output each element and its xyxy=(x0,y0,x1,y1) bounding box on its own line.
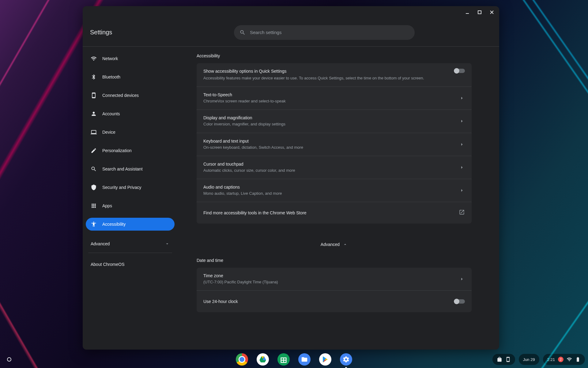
sidebar-item-connected-devices[interactable]: Connected devices xyxy=(86,89,175,102)
maximize-button[interactable] xyxy=(475,7,484,17)
maximize-icon xyxy=(477,10,482,15)
sidebar-item-accessibility[interactable]: Accessibility xyxy=(86,218,175,231)
tote-tray-button[interactable] xyxy=(492,354,515,365)
person-icon xyxy=(91,111,97,117)
pencil-icon xyxy=(91,148,97,154)
search-icon xyxy=(239,29,246,36)
sidebar-divider xyxy=(88,253,172,253)
row-subtitle: (UTC-7:00) Pacific Daylight Time (Tijuan… xyxy=(203,279,459,285)
row-24hour-clock[interactable]: Use 24-hour clock xyxy=(197,291,472,312)
minimize-icon xyxy=(465,10,470,15)
chevron-down-icon xyxy=(165,241,170,246)
wifi-icon xyxy=(567,357,572,362)
close-icon xyxy=(489,10,494,15)
shelf: Jun 29 2:21 2 xyxy=(0,351,588,368)
sidebar-item-label: Personalization xyxy=(102,148,132,153)
chevron-right-icon xyxy=(459,276,465,282)
main-content: Accessibility Show accessibility options… xyxy=(178,47,499,350)
sheets-icon xyxy=(277,353,290,366)
tote-icon xyxy=(497,357,502,362)
row-subtitle: Mono audio, startup, Live Caption, and m… xyxy=(203,191,459,196)
accessibility-card: Show accessibility options in Quick Sett… xyxy=(197,63,472,224)
chevron-right-icon xyxy=(459,141,465,148)
row-title: Display and magnification xyxy=(203,115,459,120)
apps-icon xyxy=(91,203,97,209)
row-title: Text-to-Speech xyxy=(203,92,459,97)
app-settings[interactable] xyxy=(340,353,352,366)
sidebar-item-label: Bluetooth xyxy=(102,75,120,79)
row-subtitle: Color inversion, magnifier, and display … xyxy=(203,121,459,127)
app-title: Settings xyxy=(90,29,176,36)
settings-window: Settings Network Bluetooth Connected dev… xyxy=(83,6,499,350)
row-title: Keyboard and text input xyxy=(203,139,459,144)
row-title: Find more accessibility tools in the Chr… xyxy=(203,210,459,215)
sidebar: Network Bluetooth Connected devices Acco… xyxy=(83,47,178,350)
row-title: Audio and captions xyxy=(203,185,459,190)
row-title: Show accessibility options in Quick Sett… xyxy=(203,69,454,74)
minimize-button[interactable] xyxy=(462,7,472,17)
sidebar-item-about[interactable]: About ChromeOS xyxy=(86,258,175,271)
row-audio-captions[interactable]: Audio and captions Mono audio, startup, … xyxy=(197,179,472,202)
main-advanced-label: Advanced xyxy=(321,242,340,247)
window-body: Network Bluetooth Connected devices Acco… xyxy=(83,47,499,350)
chevron-right-icon xyxy=(459,164,465,171)
app-chrome[interactable] xyxy=(236,353,248,366)
row-display-magnification[interactable]: Display and magnification Color inversio… xyxy=(197,110,472,133)
sidebar-advanced-toggle[interactable]: Advanced xyxy=(86,237,175,250)
sidebar-item-apps[interactable]: Apps xyxy=(86,199,175,212)
date-pill[interactable]: Jun 29 xyxy=(519,354,539,365)
devices-icon xyxy=(91,92,97,98)
sidebar-item-label: Connected devices xyxy=(102,93,139,98)
row-subtitle: Accessibility features make your device … xyxy=(203,75,454,81)
launcher-button[interactable] xyxy=(3,353,15,366)
main-advanced-toggle[interactable]: Advanced xyxy=(197,242,472,247)
status-tray[interactable]: 2:21 2 xyxy=(543,354,585,365)
shelf-date: Jun 29 xyxy=(523,357,535,362)
sidebar-item-network[interactable]: Network xyxy=(86,52,175,65)
search-bar[interactable] xyxy=(234,25,415,40)
sidebar-item-security-privacy[interactable]: Security and Privacy xyxy=(86,181,175,194)
shelf-right: Jun 29 2:21 2 xyxy=(492,354,585,365)
row-subtitle: On-screen keyboard, dictation, Switch Ac… xyxy=(203,145,459,150)
battery-icon xyxy=(575,357,581,362)
sidebar-item-accounts[interactable]: Accounts xyxy=(86,107,175,120)
row-webstore-link[interactable]: Find more accessibility tools in the Chr… xyxy=(197,202,472,224)
shield-icon xyxy=(91,184,97,190)
window-titlebar xyxy=(83,6,499,18)
notification-badge: 2 xyxy=(558,357,564,362)
sidebar-item-search-assistant[interactable]: Search and Assistant xyxy=(86,163,175,175)
row-timezone[interactable]: Time zone (UTC-7:00) Pacific Daylight Ti… xyxy=(197,268,472,291)
sidebar-item-bluetooth[interactable]: Bluetooth xyxy=(86,71,175,83)
sidebar-item-device[interactable]: Device xyxy=(86,126,175,139)
row-cursor-touchpad[interactable]: Cursor and touchpad Automatic clicks, cu… xyxy=(197,156,472,179)
sidebar-item-personalization[interactable]: Personalization xyxy=(86,144,175,157)
sidebar-item-label: Security and Privacy xyxy=(102,185,141,190)
row-text-to-speech[interactable]: Text-to-Speech ChromeVox screen reader a… xyxy=(197,87,472,110)
drive-icon xyxy=(259,355,267,363)
search-icon xyxy=(91,166,97,172)
row-keyboard-text-input[interactable]: Keyboard and text input On-screen keyboa… xyxy=(197,133,472,156)
row-title: Time zone xyxy=(203,273,459,278)
search-input[interactable] xyxy=(250,30,409,35)
shelf-time: 2:21 xyxy=(547,357,555,362)
sidebar-item-label: Network xyxy=(102,56,118,61)
app-sheets[interactable] xyxy=(277,353,290,366)
row-subtitle: Automatic clicks, cursor size, cursor co… xyxy=(203,168,459,173)
sidebar-about-label: About ChromeOS xyxy=(91,262,125,267)
datetime-card: Time zone (UTC-7:00) Pacific Daylight Ti… xyxy=(197,268,472,312)
sidebar-item-label: Device xyxy=(102,130,115,135)
app-play-store[interactable] xyxy=(319,353,331,366)
phone-icon xyxy=(505,357,511,362)
close-button[interactable] xyxy=(487,7,497,17)
chevron-right-icon xyxy=(459,187,465,194)
folder-icon xyxy=(301,356,308,363)
section-title-datetime: Date and time xyxy=(197,258,472,263)
app-files[interactable] xyxy=(298,353,311,366)
bluetooth-icon xyxy=(91,74,97,80)
app-drive[interactable] xyxy=(257,353,269,366)
row-quick-settings-accessibility[interactable]: Show accessibility options in Quick Sett… xyxy=(197,63,472,87)
accessibility-icon xyxy=(91,221,97,227)
toggle-quick-settings-accessibility[interactable] xyxy=(454,69,465,73)
toggle-24hour-clock[interactable] xyxy=(454,299,465,304)
shelf-app-row xyxy=(236,353,352,366)
